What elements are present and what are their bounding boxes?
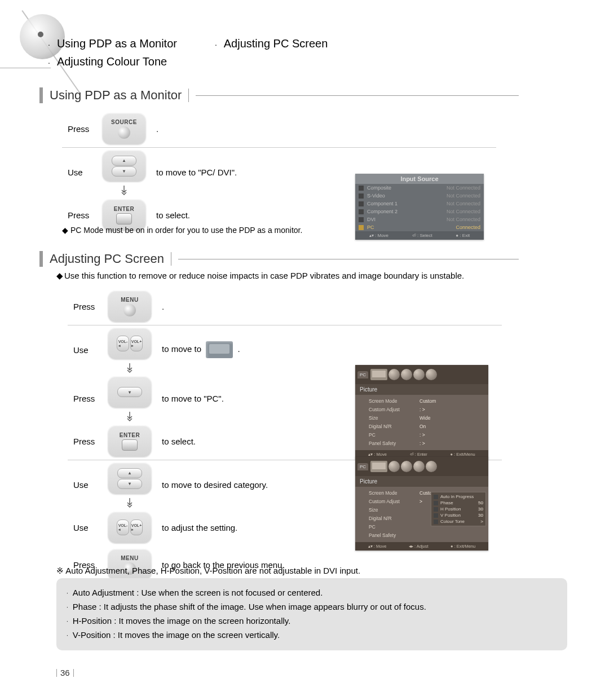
up-down-button-icon: ▴▾ — [102, 150, 146, 182]
osd3-subrow: Auto in Progress — [431, 494, 485, 500]
arrow-down-icon — [120, 185, 128, 195]
s1-step2-label: Use — [62, 168, 99, 177]
arrow-down-icon — [126, 363, 134, 373]
source-button-icon: SOURCE — [102, 113, 146, 144]
osd1-row: S-VideoNot Connected — [355, 192, 484, 200]
s2-step4-text: to select. — [162, 437, 196, 446]
s2-step5-label: Use — [68, 480, 104, 490]
section1-note: ◆PC Mode must be on in order for you to … — [62, 226, 302, 235]
osd3-tab: PC — [357, 463, 368, 470]
topic-list: · Using PDP as a Monitor · Adjusting PC … — [48, 35, 328, 71]
osd-pc-picture: PC Picture Screen ModeCustomCustom Adjus… — [355, 365, 488, 459]
osd2-tab: PC — [357, 371, 368, 378]
section2-header: Adjusting PC Screen — [39, 251, 519, 267]
osd2-row: SizeWide — [369, 414, 488, 422]
osd1-title: Input Source — [355, 174, 484, 184]
s1-step2-text: to move to "PC/ DVI". — [156, 168, 237, 177]
topic-3: Adjusting Colour Tone — [57, 53, 167, 70]
s2-step6-label: Use — [68, 523, 104, 532]
arrow-down-icon — [126, 411, 134, 421]
left-right-button-icon: VOL-◂VOL+▸ — [108, 512, 152, 543]
dvi-footnote: ※ Auto Adjustment, Phase, H-Position, V-… — [56, 566, 360, 576]
up-down-button-icon: ▴▾ — [108, 463, 152, 494]
s2-step1: Press MENU . — [68, 288, 502, 325]
osd1-footer-move: ▴▾ : Move — [369, 233, 388, 238]
osd3-subrow: H Position30 — [431, 506, 485, 512]
s2-step2-text: to move to . — [162, 341, 240, 358]
osd-pc-submenu: PC Picture Screen ModeCustomCustom Adjus… — [355, 457, 488, 551]
manual-page: · Using PDP as a Monitor · Adjusting PC … — [0, 0, 605, 700]
def-h-position: H-Position : It moves the image on the s… — [73, 616, 291, 626]
monitor-icon — [370, 461, 387, 472]
section1-header: Using PDP as a Monitor — [39, 87, 519, 103]
s1-step1-text: . — [156, 124, 158, 134]
osd1-row: Component 2Not Connected — [355, 208, 484, 215]
topic-2: Adjusting PC Screen — [224, 35, 328, 52]
s1-step3-text: to select. — [156, 210, 190, 220]
osd3-row: Panel Safety — [369, 531, 488, 540]
page-number: 36 — [56, 668, 74, 677]
s1-step1-label: Press — [62, 124, 99, 134]
s2-step3-label: Press — [68, 394, 104, 403]
s2-step1-label: Press — [68, 302, 104, 311]
osd3-subrow: Phase50 — [431, 500, 485, 506]
osd2-row: Screen ModeCustom — [369, 397, 488, 406]
osd1-footer-exit: ● : Exit — [456, 233, 470, 238]
monitor-icon — [370, 369, 387, 380]
topic-1: Using PDP as a Monitor — [57, 35, 215, 52]
osd-input-source: Input Source CompositeNot ConnectedS-Vid… — [355, 174, 484, 240]
s1-step3-label: Press — [62, 210, 99, 220]
s2-step1-text: . — [162, 302, 164, 311]
s2-step6-text: to adjust the setting. — [162, 523, 237, 532]
osd2-row: Custom Adjust: > — [369, 406, 488, 414]
s1-step1: Press SOURCE . — [62, 110, 496, 147]
s2-step2-label: Use — [68, 345, 104, 355]
osd1-row: DVINot Connected — [355, 215, 484, 223]
definitions-box: ·Auto Adjustment : Use when the screen i… — [56, 578, 567, 650]
osd1-row: CompositeNot Connected — [355, 184, 484, 192]
section2-intro: ◆Use this function to remove or reduce n… — [56, 271, 464, 281]
osd1-row: Component 1Not Connected — [355, 200, 484, 208]
osd1-row: PCConnected — [355, 223, 484, 231]
osd2-row: Digital N/ROn — [369, 422, 488, 431]
section1-title: Using PDP as a Monitor — [50, 88, 182, 103]
down-button-icon: ▾ — [108, 376, 152, 408]
osd2-row: Panel Safety: > — [369, 439, 488, 448]
def-auto-adjustment: Auto Adjustment : Use when the screen is… — [73, 588, 323, 597]
osd3-side: Picture — [355, 476, 488, 487]
monitor-icon — [206, 341, 233, 358]
s2-step5-text: to move to desired category. — [162, 480, 268, 490]
osd2-side: Picture — [355, 384, 488, 395]
arrow-down-icon — [126, 498, 134, 508]
osd3-submenu: Auto in ProgressPhase50H Position30V Pos… — [431, 492, 486, 526]
def-phase: Phase : It adjusts the phase shift of th… — [73, 602, 426, 611]
osd1-footer-select: ⏎ : Select — [412, 233, 432, 238]
enter-button-icon: ENTER — [108, 425, 152, 457]
def-v-position: V-Position : It moves the image on the s… — [73, 630, 280, 640]
osd2-row: PC: > — [369, 431, 488, 439]
s2-step3-text: to move to "PC". — [162, 394, 224, 403]
s2-step4-label: Press — [68, 437, 104, 446]
section2-title: Adjusting PC Screen — [50, 252, 164, 266]
osd3-subrow: V Position30 — [431, 512, 485, 518]
left-right-button-icon: VOL-◂VOL+▸ — [108, 328, 152, 359]
menu-button-icon: MENU — [108, 290, 152, 322]
osd3-subrow: Colour Tone> — [431, 518, 485, 525]
